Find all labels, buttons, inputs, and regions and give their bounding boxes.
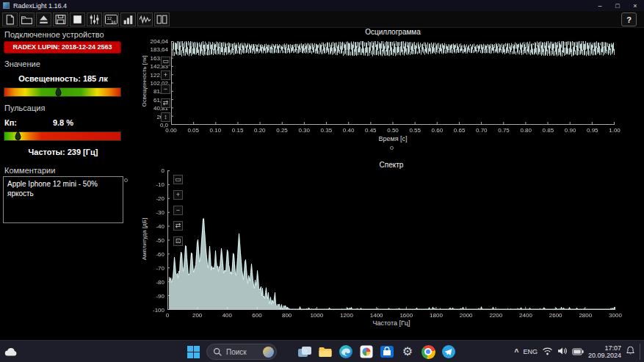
wifi-icon[interactable] (542, 345, 553, 358)
volume-icon[interactable] (557, 345, 568, 358)
axis-tick-label: -50 (134, 237, 164, 244)
spec-reset-view-icon[interactable]: ⊡ (173, 236, 183, 246)
axis-tick-label: 2200 (481, 312, 510, 319)
axis-tick-label: 204,04 (137, 38, 168, 45)
spectrum-plot[interactable] (167, 170, 615, 310)
value-section-heading: Значение (4, 59, 40, 68)
axis-tick-label: 1800 (422, 312, 451, 319)
osc-pan-vertical-icon[interactable]: ↕ (161, 112, 170, 122)
search-highlight-icon (263, 347, 274, 358)
histogram-view-button[interactable] (120, 12, 136, 26)
search-icon (213, 347, 222, 357)
save-icon (54, 14, 67, 25)
axis-tick-label: 0 (134, 167, 164, 174)
spectrum-title: Спектр (167, 161, 615, 169)
oscillogram-x-axis-label: Время [с] (171, 135, 615, 142)
device-button[interactable]: RADEX LUPIN: 2018-12-24 2563 (4, 41, 121, 54)
store-icon (380, 344, 394, 359)
axis-tick-label: 3000 (601, 312, 630, 319)
axis-tick-label: 1200 (332, 312, 361, 319)
axis-tick-label: 800 (272, 312, 302, 319)
eject-icon (37, 14, 50, 25)
spec-zoom-in-icon[interactable]: + (173, 190, 183, 200)
edge-button[interactable] (338, 344, 354, 360)
spectrum-x-axis-label: Частота [Гц] (167, 319, 615, 327)
tray-overflow-chevron-icon[interactable]: ^ (515, 348, 519, 356)
spec-select-region-icon[interactable]: ▭ (173, 175, 183, 184)
save-button[interactable] (53, 12, 68, 26)
battery-icon[interactable] (572, 345, 584, 358)
spec-pan-horizontal-icon[interactable]: ⇄ (173, 221, 183, 231)
help-button[interactable]: ? (621, 12, 637, 26)
axis-tick-label: -90 (134, 293, 164, 300)
task-view-icon (297, 345, 312, 358)
spec-zoom-out-icon[interactable]: − (173, 206, 183, 215)
notification-bell-icon[interactable] (626, 345, 635, 358)
window-controls: – □ × (591, 0, 644, 11)
settings-button[interactable]: ⚙ (399, 344, 416, 360)
task-view-button[interactable] (297, 344, 313, 360)
oscillogram-splitter-handle[interactable] (390, 146, 394, 150)
axis-tick-label: -80 (134, 279, 164, 286)
oscillogram-view-button[interactable] (137, 12, 153, 26)
axis-tick-label: 0 (153, 312, 182, 319)
taskbar-clock[interactable]: 17:07 20.09.2024 (588, 344, 621, 359)
waveform-icon (139, 14, 151, 25)
open-file-button[interactable] (19, 12, 35, 26)
axis-tick-label: 200 (183, 312, 212, 319)
start-button[interactable] (185, 344, 201, 360)
oscillogram-plot[interactable] (171, 41, 615, 125)
axis-tick-label: 2400 (511, 312, 540, 319)
photos-button[interactable] (358, 344, 375, 360)
osc-zoom-in-icon[interactable]: + (161, 70, 170, 80)
axis-tick-label: -60 (134, 251, 164, 258)
adjust-sliders-button[interactable] (87, 12, 102, 26)
axis-tick-label: -30 (134, 209, 164, 216)
tray-date: 20.09.2024 (588, 352, 621, 359)
minimize-button[interactable]: – (591, 0, 609, 11)
file-explorer-button[interactable] (317, 344, 333, 360)
stop-square-icon (71, 14, 84, 25)
osc-pan-horizontal-icon[interactable]: ⇄ (161, 98, 170, 108)
telegram-button[interactable] (441, 344, 457, 360)
axis-tick-label: 2800 (571, 312, 600, 319)
axis-tick-label: 2000 (452, 312, 481, 319)
comments-input[interactable]: Apple Iphone 12 mini - 50% яркость (3, 176, 123, 223)
device-section-heading: Подключенное устройство (4, 30, 104, 39)
comments-resize-handle[interactable] (124, 178, 128, 182)
show-desktop-button[interactable] (640, 344, 641, 360)
tray-language[interactable]: ENG (523, 348, 538, 355)
stop-measurement-button[interactable] (70, 12, 85, 26)
oscillogram-title: Осциллограмма (171, 28, 615, 36)
tray-time: 17:07 (588, 344, 621, 352)
maximize-button[interactable]: □ (609, 0, 626, 11)
columns-icon (156, 14, 168, 25)
layout-columns-button[interactable] (154, 12, 170, 26)
new-document-icon (4, 14, 16, 25)
store-button[interactable] (379, 344, 395, 360)
axis-tick-label: 1000 (302, 312, 331, 319)
edge-icon (339, 344, 353, 359)
eject-device-button[interactable] (36, 12, 51, 26)
new-document-button[interactable] (2, 12, 18, 26)
illuminance-value: Освещенность: 185 лк (0, 74, 126, 83)
photos-icon (359, 344, 374, 359)
gear-icon: ⚙ (402, 346, 413, 358)
search-placeholder: Поиск (226, 348, 247, 356)
comments-section-heading: Комментарии (4, 166, 55, 175)
osc-zoom-out-icon[interactable]: − (161, 84, 170, 94)
time-display-button[interactable]: 1234 (104, 12, 119, 26)
illuminance-scale-bar (4, 87, 121, 97)
frequency-value: Частоты: 239 [Гц] (0, 148, 126, 156)
kp-value: 9.8 % (0, 118, 126, 127)
axis-tick-label: 1.00 (600, 127, 629, 134)
sliders-icon (88, 14, 101, 25)
taskbar-search[interactable]: Поиск (206, 344, 277, 360)
widgets-button[interactable] (3, 344, 19, 360)
axis-tick-label: 1400 (362, 312, 391, 319)
chrome-icon (422, 345, 435, 359)
time-display-icon: 1234 (105, 14, 117, 25)
chrome-button[interactable] (420, 344, 436, 360)
osc-select-region-icon[interactable]: ▭ (161, 57, 170, 66)
close-button[interactable]: × (626, 0, 644, 11)
